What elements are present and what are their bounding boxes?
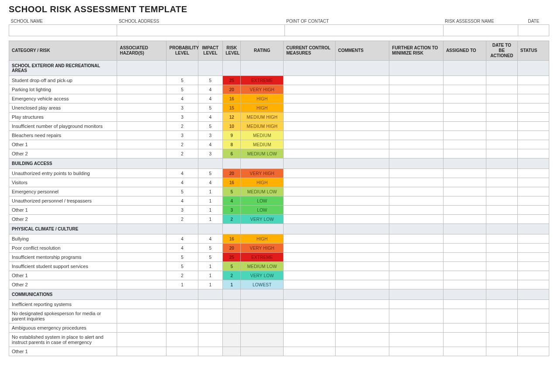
- cell-actioned[interactable]: [486, 234, 517, 244]
- cell-prob[interactable]: 2: [166, 149, 198, 158]
- cell-control[interactable]: [284, 149, 335, 158]
- cell-hazards[interactable]: [117, 234, 166, 244]
- cell-comments[interactable]: [335, 85, 389, 94]
- cell-risk-name[interactable]: Other 1: [9, 206, 117, 215]
- cell-control[interactable]: [284, 85, 335, 94]
- cell-status[interactable]: [517, 253, 549, 262]
- cell-actioned[interactable]: [486, 122, 517, 131]
- cell-actioned[interactable]: [486, 131, 517, 140]
- cell-further[interactable]: [389, 323, 444, 333]
- cell-status[interactable]: [517, 169, 549, 178]
- cell-comments[interactable]: [335, 309, 389, 323]
- cell-status[interactable]: [517, 333, 549, 347]
- cell-status[interactable]: [517, 149, 549, 158]
- cell-comments[interactable]: [335, 169, 389, 178]
- cell-impact[interactable]: 4: [198, 234, 223, 244]
- cell-comments[interactable]: [335, 113, 389, 122]
- cell-actioned[interactable]: [486, 140, 517, 149]
- cell-prob[interactable]: 2: [166, 215, 198, 224]
- cell-prob[interactable]: [166, 347, 198, 356]
- cell-hazards[interactable]: [117, 140, 166, 149]
- cell-assigned[interactable]: [443, 271, 486, 280]
- cell-impact[interactable]: [198, 333, 223, 347]
- cell-risk-name[interactable]: Unauthorized personnel / trespassers: [9, 196, 117, 206]
- cell-risk-name[interactable]: Poor conflict resolution: [9, 244, 117, 253]
- cell-prob[interactable]: [166, 333, 198, 347]
- cell-prob[interactable]: 5: [166, 253, 198, 262]
- cell-comments[interactable]: [335, 149, 389, 158]
- cell-impact[interactable]: 1: [198, 262, 223, 271]
- cell-hazards[interactable]: [117, 131, 166, 140]
- cell-impact[interactable]: [198, 347, 223, 356]
- cell-further[interactable]: [389, 187, 444, 196]
- cell-actioned[interactable]: [486, 113, 517, 122]
- cell-status[interactable]: [517, 234, 549, 244]
- cell-status[interactable]: [517, 300, 549, 309]
- cell-hazards[interactable]: [117, 122, 166, 131]
- meta-input-poc[interactable]: [284, 25, 443, 36]
- cell-actioned[interactable]: [486, 333, 517, 347]
- cell-prob[interactable]: 5: [166, 187, 198, 196]
- cell-status[interactable]: [517, 309, 549, 323]
- cell-prob[interactable]: 5: [166, 262, 198, 271]
- cell-risk-name[interactable]: Insufficient student support services: [9, 262, 117, 271]
- cell-actioned[interactable]: [486, 103, 517, 113]
- cell-control[interactable]: [284, 178, 335, 187]
- cell-prob[interactable]: 5: [166, 85, 198, 94]
- cell-assigned[interactable]: [443, 215, 486, 224]
- cell-further[interactable]: [389, 122, 444, 131]
- cell-comments[interactable]: [335, 103, 389, 113]
- cell-prob[interactable]: 4: [166, 94, 198, 103]
- cell-impact[interactable]: 3: [198, 131, 223, 140]
- cell-actioned[interactable]: [486, 196, 517, 206]
- cell-control[interactable]: [284, 323, 335, 333]
- cell-status[interactable]: [517, 206, 549, 215]
- cell-risk-name[interactable]: Other 2: [9, 149, 117, 158]
- cell-comments[interactable]: [335, 347, 389, 356]
- cell-further[interactable]: [389, 253, 444, 262]
- cell-risk-name[interactable]: Play structures: [9, 113, 117, 122]
- cell-control[interactable]: [284, 94, 335, 103]
- cell-risk-name[interactable]: Insufficient number of playground monito…: [9, 122, 117, 131]
- cell-status[interactable]: [517, 196, 549, 206]
- cell-risk-name[interactable]: Parking lot lighting: [9, 85, 117, 94]
- cell-actioned[interactable]: [486, 85, 517, 94]
- cell-further[interactable]: [389, 103, 444, 113]
- cell-prob[interactable]: 3: [166, 206, 198, 215]
- cell-assigned[interactable]: [443, 187, 486, 196]
- cell-further[interactable]: [389, 113, 444, 122]
- cell-comments[interactable]: [335, 253, 389, 262]
- cell-comments[interactable]: [335, 300, 389, 309]
- cell-control[interactable]: [284, 76, 335, 85]
- cell-hazards[interactable]: [117, 178, 166, 187]
- cell-comments[interactable]: [335, 280, 389, 289]
- cell-actioned[interactable]: [486, 244, 517, 253]
- cell-control[interactable]: [284, 215, 335, 224]
- cell-comments[interactable]: [335, 323, 389, 333]
- cell-status[interactable]: [517, 76, 549, 85]
- cell-further[interactable]: [389, 215, 444, 224]
- cell-hazards[interactable]: [117, 323, 166, 333]
- cell-impact[interactable]: 4: [198, 113, 223, 122]
- cell-control[interactable]: [284, 244, 335, 253]
- cell-status[interactable]: [517, 215, 549, 224]
- cell-impact[interactable]: 4: [198, 140, 223, 149]
- cell-impact[interactable]: 5: [198, 169, 223, 178]
- cell-control[interactable]: [284, 196, 335, 206]
- cell-hazards[interactable]: [117, 333, 166, 347]
- cell-prob[interactable]: 3: [166, 113, 198, 122]
- cell-further[interactable]: [389, 94, 444, 103]
- cell-impact[interactable]: 4: [198, 85, 223, 94]
- cell-actioned[interactable]: [486, 149, 517, 158]
- cell-hazards[interactable]: [117, 309, 166, 323]
- cell-prob[interactable]: 3: [166, 131, 198, 140]
- cell-control[interactable]: [284, 271, 335, 280]
- cell-hazards[interactable]: [117, 215, 166, 224]
- cell-hazards[interactable]: [117, 300, 166, 309]
- cell-risk-name[interactable]: Emergency personnel: [9, 187, 117, 196]
- cell-prob[interactable]: 2: [166, 122, 198, 131]
- cell-impact[interactable]: [198, 323, 223, 333]
- cell-status[interactable]: [517, 94, 549, 103]
- cell-status[interactable]: [517, 323, 549, 333]
- cell-risk-name[interactable]: Visitors: [9, 178, 117, 187]
